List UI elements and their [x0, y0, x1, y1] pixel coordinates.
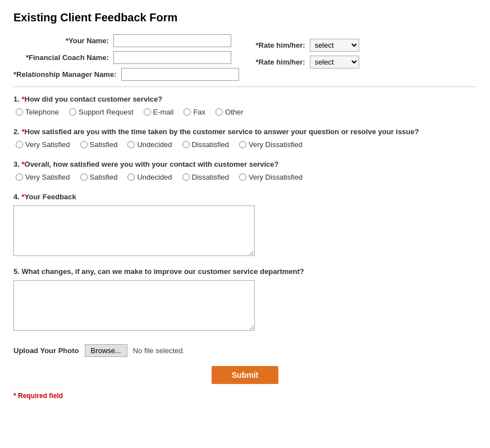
rate-select-1[interactable]: select 1 2 3 4 5	[310, 39, 359, 52]
left-fields: *Your Name: *Financial Coach Name: *Rela…	[13, 34, 239, 81]
rate-select-2[interactable]: select 1 2 3 4 5	[310, 56, 359, 68]
section-divider	[13, 86, 477, 87]
q5-text: What changes, if any, can we make to imp…	[21, 267, 304, 276]
question-4-label: 4. *Your Feedback	[13, 193, 477, 201]
financial-coach-input[interactable]	[113, 51, 231, 64]
relationship-manager-input[interactable]	[121, 68, 239, 81]
q2-number: 2.	[13, 127, 21, 136]
q1-opt-email[interactable]: E-mail	[144, 108, 174, 116]
q1-radio-fax[interactable]	[184, 108, 191, 116]
question-4-block: 4. *Your Feedback	[13, 193, 477, 256]
q4-text: Your Feedback	[25, 193, 76, 201]
financial-coach-row: *Financial Coach Name:	[13, 51, 239, 64]
q3-opt-very-dissatisfied[interactable]: Very Dissatisfied	[239, 173, 303, 181]
submit-row: Submit	[13, 366, 477, 384]
q1-radio-other[interactable]	[216, 108, 223, 116]
q1-opt-fax[interactable]: Fax	[184, 108, 205, 116]
q1-radio-telephone[interactable]	[16, 108, 23, 116]
q3-opt-undecided[interactable]: Undecided	[127, 173, 172, 181]
question-5-label: 5. What changes, if any, can we make to …	[13, 267, 477, 276]
q1-text: How did you contact customer service?	[25, 95, 163, 103]
feedback-textarea[interactable]	[13, 205, 255, 256]
question-1-block: 1. *How did you contact customer service…	[13, 95, 477, 116]
financial-coach-label: *Financial Coach Name:	[13, 53, 109, 62]
no-file-text: No file selected.	[133, 346, 185, 355]
upload-row: Upload Your Photo Browse... No file sele…	[13, 342, 477, 357]
your-name-row: *Your Name:	[13, 34, 239, 47]
q2-radio-satisfied[interactable]	[80, 141, 88, 148]
submit-button[interactable]: Submit	[212, 366, 278, 384]
q2-radio-very-satisfied[interactable]	[16, 141, 23, 148]
q1-radio-email[interactable]	[144, 108, 151, 116]
form-header-section: *Your Name: *Financial Coach Name: *Rela…	[13, 34, 477, 81]
rate-label-1: *Rate him/her:	[256, 41, 305, 49]
relationship-manager-row: *Relationship Manager Name:	[13, 68, 239, 81]
q2-opt-very-satisfied[interactable]: Very Satisfied	[16, 140, 70, 149]
question-2-label: 2. *How satisfied are you with the time …	[13, 127, 477, 136]
question-2-block: 2. *How satisfied are you with the time …	[13, 127, 477, 149]
q1-opt-support[interactable]: Support Request	[69, 108, 134, 116]
rate-row-1: *Rate him/her: select 1 2 3 4 5	[256, 39, 359, 52]
q3-radio-satisfied[interactable]	[80, 173, 88, 181]
q3-text: Overall, how satisfied were you with you…	[25, 160, 279, 168]
q2-opt-very-dissatisfied[interactable]: Very Dissatisfied	[239, 140, 303, 149]
q1-opt-telephone[interactable]: Telephone	[16, 108, 59, 116]
browse-button[interactable]: Browse...	[85, 344, 127, 357]
q5-number: 5.	[13, 267, 21, 276]
q2-radio-undecided[interactable]	[127, 141, 135, 148]
rate-row-2: *Rate him/her: select 1 2 3 4 5	[256, 56, 359, 68]
question-1-options: Telephone Support Request E-mail Fax Oth…	[13, 108, 477, 116]
q3-opt-satisfied[interactable]: Satisfied	[80, 173, 118, 181]
question-3-block: 3. *Overall, how satisfied were you with…	[13, 160, 477, 181]
q2-opt-undecided[interactable]: Undecided	[127, 140, 172, 149]
q3-radio-undecided[interactable]	[127, 173, 135, 181]
q2-radio-dissatisfied[interactable]	[182, 141, 190, 148]
question-3-label: 3. *Overall, how satisfied were you with…	[13, 160, 477, 168]
improvements-textarea[interactable]	[13, 280, 255, 331]
q1-radio-support[interactable]	[69, 108, 76, 116]
question-2-options: Very Satisfied Satisfied Undecided Dissa…	[13, 140, 477, 149]
upload-label: Upload Your Photo	[13, 346, 79, 355]
q3-radio-very-dissatisfied[interactable]	[239, 173, 246, 181]
q4-number: 4.	[13, 193, 21, 201]
rate-label-2: *Rate him/her:	[256, 58, 305, 66]
right-fields: *Rate him/her: select 1 2 3 4 5 *Rate hi…	[256, 34, 359, 81]
question-1-label: 1. *How did you contact customer service…	[13, 95, 477, 103]
q2-radio-very-dissatisfied[interactable]	[239, 141, 246, 148]
q3-opt-dissatisfied[interactable]: Dissatisfied	[182, 173, 229, 181]
q3-opt-very-satisfied[interactable]: Very Satisfied	[16, 173, 70, 181]
q3-radio-very-satisfied[interactable]	[16, 173, 23, 181]
q3-number: 3.	[13, 160, 21, 168]
q2-opt-dissatisfied[interactable]: Dissatisfied	[182, 140, 229, 149]
required-note: * Required field	[13, 392, 477, 400]
relationship-manager-label: *Relationship Manager Name:	[13, 70, 117, 79]
q2-text: How satisfied are you with the time take…	[25, 127, 419, 136]
q3-radio-dissatisfied[interactable]	[182, 173, 190, 181]
your-name-input[interactable]	[113, 34, 231, 47]
question-5-block: 5. What changes, if any, can we make to …	[13, 267, 477, 331]
q1-number: 1.	[13, 95, 21, 103]
page-title: Existing Client Feedback Form	[13, 11, 477, 24]
question-3-options: Very Satisfied Satisfied Undecided Dissa…	[13, 173, 477, 181]
your-name-label: *Your Name:	[13, 36, 109, 45]
q1-opt-other[interactable]: Other	[216, 108, 244, 116]
q2-opt-satisfied[interactable]: Satisfied	[80, 140, 118, 149]
